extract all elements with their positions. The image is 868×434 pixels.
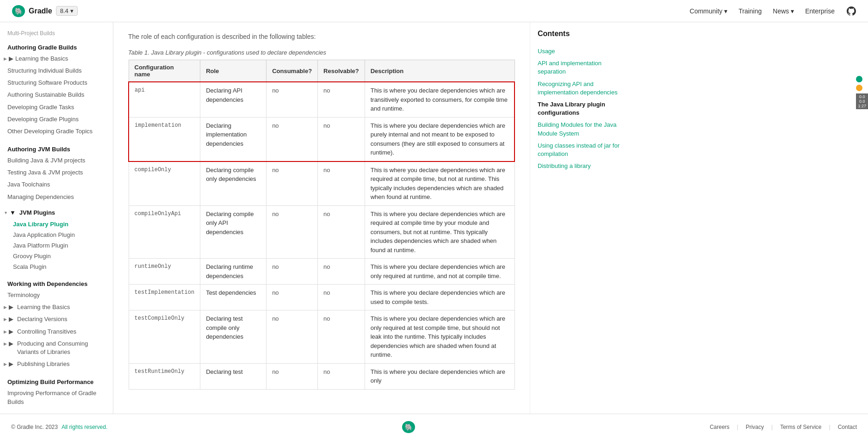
- config-runtimeonly: runtimeOnly: [129, 259, 200, 285]
- toc-item-api-separation[interactable]: API and implementation separation: [538, 57, 624, 78]
- toc-item-recognizing-api[interactable]: Recognizing API and implementation depen…: [538, 78, 624, 99]
- config-api: api: [129, 82, 200, 117]
- sidebar-item-managing-deps[interactable]: Managing Dependencies: [0, 191, 113, 203]
- toc-item-building-modules[interactable]: Building Modules for the Java Module Sys…: [538, 119, 624, 139]
- sidebar-section-working-deps: Working with Dependencies: [0, 276, 113, 289]
- col-resolvable: Resolvable?: [318, 60, 365, 82]
- footer-sep-2: |: [771, 424, 773, 430]
- table-row: implementation Declaring implementation …: [129, 117, 515, 161]
- sidebar-item-building-java[interactable]: Building Java & JVM projects: [0, 155, 113, 167]
- sidebar-item-java-application-plugin[interactable]: Java Application Plugin: [0, 229, 113, 240]
- table-row: runtimeOnly Declaring runtime dependenci…: [129, 259, 515, 285]
- indicator-green[interactable]: [856, 76, 862, 82]
- footer-left: © Gradle Inc. 2023 All rights reserved.: [11, 424, 107, 430]
- gradle-elephant-icon: 🐘: [11, 4, 26, 19]
- sidebar-item-declaring-versions[interactable]: ▶Declaring Versions: [0, 313, 113, 325]
- role-compileonlyapi: Declaring compile only API dependencies: [200, 205, 267, 259]
- consumable-api: no: [267, 82, 318, 117]
- resolvable-compileonly: no: [318, 161, 365, 206]
- nav-training[interactable]: Training: [738, 7, 762, 15]
- sidebar-item-structuring-individual[interactable]: Structuring Individual Builds: [0, 65, 113, 77]
- svg-text:🐘: 🐘: [405, 423, 413, 431]
- version-text: 8.4: [60, 7, 68, 14]
- sidebar-item-jvm-plugins[interactable]: ▼JVM Plugins: [0, 207, 113, 219]
- table-row: compileOnlyApi Declaring compile only AP…: [129, 205, 515, 259]
- role-runtimeonly: Declaring runtime dependencies: [200, 259, 267, 285]
- desc-compileonlyapi: This is where you declare dependencies w…: [365, 205, 515, 259]
- resolvable-api: no: [318, 82, 365, 117]
- version-dropdown-icon: ▾: [70, 7, 74, 14]
- nav-enterprise[interactable]: Enterprise: [805, 7, 835, 15]
- sidebar-item-controlling-transitives[interactable]: ▶Controlling Transitives: [0, 326, 113, 338]
- col-config-name: Configurationname: [129, 60, 200, 82]
- footer-link-contact[interactable]: Contact: [838, 424, 857, 430]
- toc-link-usage[interactable]: Usage: [538, 48, 555, 55]
- sidebar-item-scala-plugin[interactable]: Scala Plugin: [0, 261, 113, 272]
- resolvable-implementation: no: [318, 117, 365, 161]
- desc-implementation: This is where you declare dependencies w…: [365, 117, 515, 161]
- sidebar-item-developing-tasks[interactable]: Developing Gradle Tasks: [0, 101, 113, 113]
- nav-news[interactable]: News ▾: [773, 7, 794, 15]
- sidebar-multi-project-builds[interactable]: Multi-Project Builds: [0, 28, 113, 39]
- sidebar-item-developing-plugins[interactable]: Developing Gradle Plugins: [0, 113, 113, 125]
- desc-testimplementation: This is where you declare dependencies w…: [365, 285, 515, 310]
- sidebar-item-improving-performance[interactable]: Improving Performance of Gradle Builds: [0, 387, 113, 408]
- sidebar-section-optimizing: Optimizing Build Performance: [0, 374, 113, 387]
- sidebar-item-publishing-libraries[interactable]: ▶Publishing Libraries: [0, 358, 113, 370]
- toc-link-distributing[interactable]: Distributing a library: [538, 162, 591, 169]
- consumable-runtimeonly: no: [267, 259, 318, 285]
- footer-link-privacy[interactable]: Privacy: [746, 424, 764, 430]
- desc-api: This is where you declare dependencies w…: [365, 82, 515, 117]
- sidebar-item-terminology[interactable]: Terminology: [0, 289, 113, 301]
- toc-link-api-separation[interactable]: API and implementation separation: [538, 60, 601, 75]
- table-row: compileOnly Declaring compile only depen…: [129, 161, 515, 206]
- toc-item-java-library-configs[interactable]: The Java Library plugin configurations: [538, 99, 624, 119]
- toc-link-recognizing-api[interactable]: Recognizing API and implementation depen…: [538, 81, 618, 96]
- gradle-brand-text: Gradle: [29, 7, 52, 15]
- sidebar-item-java-toolchains[interactable]: Java Toolchains: [0, 179, 113, 191]
- header-left: 🐘 Gradle 8.4 ▾: [11, 4, 78, 19]
- indicator-numbers[interactable]: 0.0 0.0 1:27: [856, 93, 868, 109]
- sidebar-item-authoring-sustainable[interactable]: Authoring Sustainable Builds: [0, 89, 113, 101]
- sidebar-item-java-platform-plugin[interactable]: Java Platform Plugin: [0, 240, 113, 251]
- sidebar-item-producing-consuming[interactable]: ▶Producing and Consuming Variants of Lib…: [0, 338, 113, 358]
- config-implementation: implementation: [129, 117, 200, 161]
- toc-item-distributing[interactable]: Distributing a library: [538, 160, 624, 172]
- role-compileonly: Declaring compile only dependencies: [200, 161, 267, 206]
- sidebar-item-structuring-software[interactable]: Structuring Software Products: [0, 77, 113, 89]
- table-row: testImplementation Test dependencies no …: [129, 285, 515, 310]
- toc-item-using-classes[interactable]: Using classes instead of jar for compila…: [538, 140, 624, 160]
- consumable-testimplementation: no: [267, 285, 318, 310]
- sidebar-item-testing-java[interactable]: Testing Java & JVM projects: [0, 167, 113, 179]
- consumable-testruntimeonly: no: [267, 363, 318, 389]
- main-content: The role of each configuration is descri…: [113, 22, 530, 414]
- footer-link-careers[interactable]: Careers: [710, 424, 730, 430]
- config-testcompileonly: testCompileOnly: [129, 310, 200, 364]
- toc-link-building-modules[interactable]: Building Modules for the Java Module Sys…: [538, 121, 617, 136]
- toc-link-using-classes[interactable]: Using classes instead of jar for compila…: [538, 142, 620, 157]
- consumable-testcompileonly: no: [267, 310, 318, 364]
- sidebar-item-learning-basics-1[interactable]: ▶ Learning the Basics: [0, 53, 113, 65]
- main-layout: Multi-Project Builds Authoring Gradle Bu…: [0, 22, 868, 414]
- github-icon[interactable]: [846, 6, 857, 17]
- col-description: Description: [365, 60, 515, 82]
- nav-community[interactable]: Community ▾: [690, 7, 728, 15]
- version-selector[interactable]: 8.4 ▾: [56, 6, 78, 16]
- footer-gradle-icon: 🐘: [401, 420, 416, 434]
- toc-item-usage[interactable]: Usage: [538, 45, 624, 57]
- indicator-orange[interactable]: [856, 85, 862, 91]
- table-row: api Declaring API dependencies no no Thi…: [129, 82, 515, 117]
- role-implementation: Declaring implementation dependencies: [200, 117, 267, 161]
- site-header: 🐘 Gradle 8.4 ▾ Community ▾ Training News…: [0, 0, 868, 22]
- gradle-logo[interactable]: 🐘 Gradle: [11, 4, 52, 19]
- footer-link-terms[interactable]: Terms of Service: [780, 424, 821, 430]
- footer-rights-link[interactable]: All rights reserved.: [62, 424, 107, 430]
- sidebar-item-learning-basics-2[interactable]: ▶Learning the Basics: [0, 301, 113, 313]
- config-testruntimeonly: testRuntimeOnly: [129, 363, 200, 389]
- sidebar-item-groovy-plugin[interactable]: Groovy Plugin: [0, 251, 113, 261]
- desc-testruntimeonly: This is where you declare dependencies w…: [365, 363, 515, 389]
- sidebar-item-other-topics[interactable]: Other Developing Gradle Topics: [0, 125, 113, 137]
- sidebar-item-java-library-plugin[interactable]: Java Library Plugin: [0, 219, 113, 229]
- role-testimplementation: Test dependencies: [200, 285, 267, 310]
- col-consumable: Consumable?: [267, 60, 318, 82]
